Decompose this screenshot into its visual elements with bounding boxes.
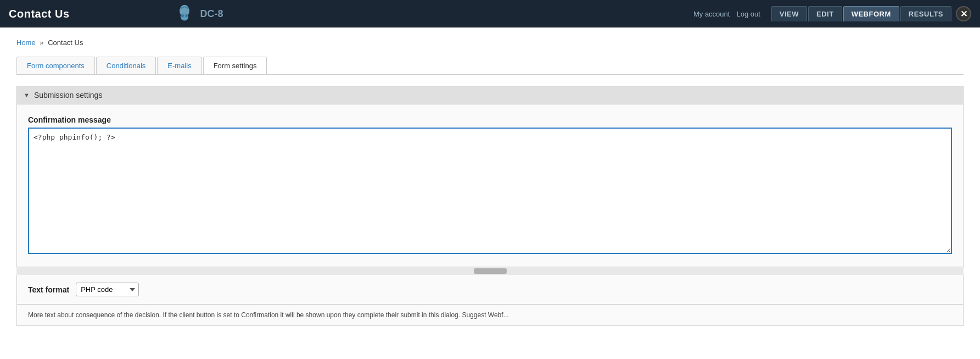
submission-settings-header[interactable]: ▼ Submission settings [16,86,964,104]
tab-form-settings[interactable]: Form settings [203,57,267,74]
breadcrumb-home-link[interactable]: Home [16,38,36,47]
site-title: Contact Us [9,8,70,20]
view-tabs: VIEW EDIT WEBFORM RESULTS [771,6,951,21]
text-format-select[interactable]: PHP code Full HTML Plain text Filtered H… [76,283,139,296]
bottom-description: More text about consequence of the decis… [16,305,964,326]
sub-tabs: Form components Conditionals E-mails For… [16,57,964,75]
top-navigation-bar: Contact Us DC-8 My account Log out VIEW … [0,0,980,27]
confirmation-message-textarea[interactable] [28,128,952,254]
top-right-area: My account Log out [693,10,760,18]
tab-webform[interactable]: WEBFORM [843,6,899,21]
dc8-label: DC-8 [200,8,223,20]
breadcrumb-current: Contact Us [48,38,83,47]
text-format-row: Text format PHP code Full HTML Plain tex… [16,275,964,305]
collapse-arrow-icon: ▼ [24,92,30,98]
svg-point-2 [181,14,183,17]
breadcrumb-separator: » [40,38,43,47]
tab-conditionals[interactable]: Conditionals [96,57,156,74]
scroll-thumb [474,268,507,274]
text-format-label: Text format [28,285,69,294]
tab-results[interactable]: RESULTS [900,6,951,21]
horizontal-scrollbar[interactable] [16,267,964,275]
submission-settings-body: Confirmation message [16,104,964,267]
tab-view[interactable]: VIEW [771,6,807,21]
svg-point-3 [184,14,187,17]
tab-form-components[interactable]: Form components [16,57,95,74]
drupal-logo [174,3,195,24]
confirmation-message-label: Confirmation message [28,115,952,124]
main-content: Home » Contact Us Form components Condit… [0,27,980,359]
tab-edit[interactable]: EDIT [808,6,842,21]
logo-area: Contact Us DC-8 [9,3,693,24]
close-button[interactable]: ✕ [956,6,971,21]
my-account-link[interactable]: My account [693,10,730,18]
submission-settings-label: Submission settings [34,91,103,100]
breadcrumb: Home » Contact Us [16,38,964,47]
tab-emails[interactable]: E-mails [157,57,201,74]
log-out-link[interactable]: Log out [736,10,760,18]
